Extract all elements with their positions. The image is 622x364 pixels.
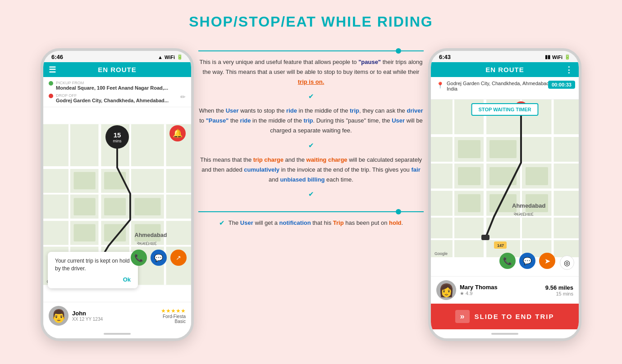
pin-icon: 📍 <box>436 82 444 89</box>
svg-text:અમદાવાદ: અમદાવાદ <box>137 241 157 246</box>
svg-text:Google: Google <box>434 251 448 256</box>
check-row-2: ✔ <box>308 141 314 150</box>
svg-text:Ahmedabad: Ahmedabad <box>512 202 545 209</box>
phone2-distance: 9.56 miles <box>545 284 573 291</box>
svg-rect-13 <box>135 198 161 216</box>
phone1-header-title: EN ROUTE <box>98 66 137 73</box>
phone1-route-info: PICKUP FROM Mondeal Square, 100 Feet Ana… <box>43 77 191 107</box>
phone2-status-bar: 6:43 ▮▮ WiFi 🔋 <box>431 51 579 62</box>
dropoff-dot <box>49 94 53 98</box>
phone2-message-btn[interactable]: 💬 <box>519 253 535 269</box>
phone2-mockup: 6:43 ▮▮ WiFi 🔋 EN ROUTE ⋮ 📍 Godrej Garde… <box>428 48 581 341</box>
annotation-para3: This means that the trip charge and the … <box>198 155 424 185</box>
svg-rect-37 <box>526 167 548 185</box>
mins-badge: 15 mins <box>105 125 129 149</box>
dialog-ok-btn[interactable]: Ok <box>55 276 131 283</box>
check-icon-3: ✔ <box>308 190 314 198</box>
mins-label: mins <box>113 139 121 143</box>
svg-rect-11 <box>74 198 96 216</box>
signal-icon: ▮▮ <box>545 54 550 60</box>
annotation-para1: This is a very unique and useful feature… <box>198 57 424 87</box>
svg-rect-12 <box>104 198 126 216</box>
connector-dot-top <box>396 48 401 54</box>
phone2-time: 6:43 <box>439 54 451 60</box>
svg-text:147: 147 <box>497 243 504 248</box>
phone2-driver-info: Mary Thomas ★ 4.9 <box>460 284 542 296</box>
check-icon-1: ✔ <box>308 92 314 100</box>
slide-to-end-btn[interactable]: » SLIDE TO END TRIP <box>431 304 579 329</box>
slide-arrows: » <box>455 310 470 323</box>
avatar-icon: 👨 <box>51 309 67 323</box>
phone2-map: Ahmedabad અમદાવાદ Google 📍 147 STOP WAIT… <box>431 100 579 276</box>
svg-rect-35 <box>458 167 480 185</box>
phone1-status-bar: 6:46 ▲ WiFi 🔋 <box>43 51 191 62</box>
svg-rect-9 <box>74 172 96 190</box>
call-btn[interactable]: 📞 <box>131 250 147 266</box>
stop-waiting-btn[interactable]: STOP WAITING TIMER <box>471 103 539 116</box>
driver-avatar: 👨 <box>49 306 69 326</box>
dots-icon[interactable]: ⋮ <box>565 65 573 75</box>
page-title: SHOP/STOP/EAT WHILE RIDING <box>189 14 433 30</box>
phone2-handle <box>431 329 579 338</box>
location-target-btn[interactable]: ◎ <box>560 255 574 270</box>
pickup-label: PICKUP FROM <box>56 81 168 85</box>
driver-car-info: ★★★★★ Ford-Fiesta Basic <box>161 308 186 324</box>
mins-number: 15 <box>114 131 121 139</box>
pickup-address: Mondeal Square, 100 Feet Anand Nagar Roa… <box>56 85 168 91</box>
menu-icon[interactable]: ☰ <box>49 65 56 75</box>
phone1-status-icons: ▲ WiFi 🔋 <box>158 54 183 60</box>
phone2-route-info: 📍 Godrej Garden City, Chandkheda, Ahmeda… <box>431 77 579 100</box>
phone2-trip-info: 9.56 miles 15 mins <box>545 284 573 296</box>
phone2-driver-rating: ★ 4.9 <box>460 291 542 296</box>
slide-label: SLIDE TO END TRIP <box>474 313 554 320</box>
svg-rect-36 <box>489 167 517 185</box>
svg-rect-10 <box>104 172 126 190</box>
phone1-driver-bar: 👨 John XX 12 YY 1234 ★★★★★ Ford-Fiesta B… <box>43 302 191 329</box>
phone1-handle <box>43 329 191 338</box>
connector-bottom-right <box>401 211 424 212</box>
phone2-duration: 15 mins <box>545 291 573 296</box>
phone2-call-btn[interactable]: 📞 <box>499 253 516 269</box>
connector-top <box>198 48 424 54</box>
phone2-driver-name: Mary Thomas <box>460 284 542 291</box>
connector-bottom <box>198 209 424 214</box>
svg-rect-44 <box>481 235 489 240</box>
wifi-icon2: WiFi <box>552 55 563 60</box>
phone1-map: Ahmedabad અમદાવાદ Google 📍 15 mins 🔔 You… <box>43 107 191 302</box>
check-row-3: ✔ <box>308 190 314 198</box>
check-row-1: ✔ <box>308 92 314 100</box>
dropoff-row: DROP OFF Godrej Garden City, Chandkheda,… <box>49 93 186 103</box>
edit-icon[interactable]: ✏ <box>180 93 186 100</box>
handle-bar <box>104 333 131 335</box>
phone2-share-btn[interactable]: ➤ <box>539 253 555 269</box>
main-content: 6:46 ▲ WiFi 🔋 ☰ EN ROUTE PICKUP FROM Mon… <box>9 39 613 341</box>
phone2-avatar-icon: 👩 <box>439 283 454 298</box>
svg-rect-34 <box>489 140 517 158</box>
pickup-info: PICKUP FROM Mondeal Square, 100 Feet Ana… <box>56 81 168 91</box>
share-btn[interactable]: ↗ <box>170 250 187 266</box>
phone2-map-svg: Ahmedabad અમદાવાદ Google 📍 147 <box>431 100 579 257</box>
svg-rect-33 <box>458 140 480 158</box>
check-icon-2: ✔ <box>308 141 314 150</box>
driver-rating: ★★★★★ <box>161 308 186 314</box>
location-icon: ▲ <box>158 55 163 60</box>
alarm-icon[interactable]: 🔔 <box>169 125 186 141</box>
driver-info: John XX 12 YY 1234 <box>72 310 157 322</box>
svg-text:અમદાવાદ: અમદાવાદ <box>513 211 534 217</box>
pickup-dot <box>49 81 53 86</box>
svg-text:Ahmedabad: Ahmedabad <box>135 232 167 238</box>
connector-dot-bottom <box>396 209 401 214</box>
svg-rect-38 <box>458 194 480 212</box>
hold-dialog: Your current trip is kept on hold by the… <box>48 252 138 288</box>
timer-badge: 00:00:33 <box>548 81 575 89</box>
driver-name: John <box>72 310 157 317</box>
message-btn[interactable]: 💬 <box>151 250 167 266</box>
phone1-time: 6:46 <box>51 54 63 60</box>
phone2-driver-section: 👩 Mary Thomas ★ 4.9 9.56 miles 15 mins <box>431 276 579 304</box>
phone2-status-icons: ▮▮ WiFi 🔋 <box>545 54 571 60</box>
dropoff-address: Godrej Garden City, Chandkheda, Ahmedaba… <box>56 98 169 103</box>
connector-right-line-short <box>401 50 424 51</box>
connector-bottom-left <box>198 211 396 212</box>
pickup-row: PICKUP FROM Mondeal Square, 100 Feet Ana… <box>49 81 186 91</box>
driver-car-type: Basic <box>161 319 186 324</box>
